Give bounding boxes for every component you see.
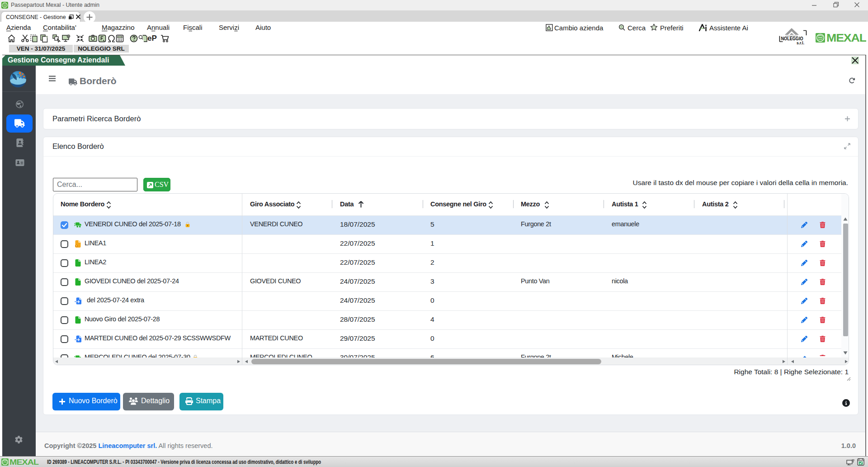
svg-text:s.r.l.: s.r.l. <box>797 41 804 45</box>
svg-text:MEXAL: MEXAL <box>9 458 38 466</box>
svg-text:MEXAL: MEXAL <box>826 33 866 43</box>
